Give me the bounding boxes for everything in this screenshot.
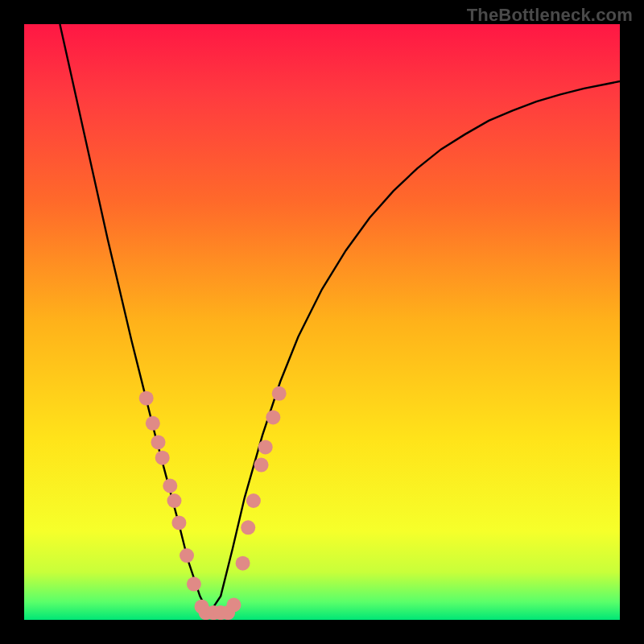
marker-dot [246, 493, 261, 508]
marker-dot [163, 479, 177, 493]
marker-dot [187, 577, 201, 592]
marker-dot [171, 515, 186, 530]
marker-dot [258, 440, 273, 454]
plot-area [24, 24, 620, 620]
bottleneck-chart [24, 24, 620, 620]
marker-dot [254, 458, 269, 473]
marker-dot [236, 556, 250, 571]
marker-dot [180, 548, 194, 563]
marker-dot [151, 435, 166, 449]
gradient-bg [24, 24, 620, 620]
marker-dot [155, 451, 170, 465]
marker-dot [226, 598, 241, 613]
marker-dot [266, 410, 280, 424]
chart-frame: TheBottleneck.com [0, 0, 644, 644]
marker-dot [241, 520, 255, 535]
marker-dot [146, 416, 160, 431]
marker-dot [167, 493, 181, 508]
marker-dot [139, 391, 154, 406]
watermark-text: TheBottleneck.com [467, 5, 633, 26]
marker-dot [272, 386, 287, 401]
